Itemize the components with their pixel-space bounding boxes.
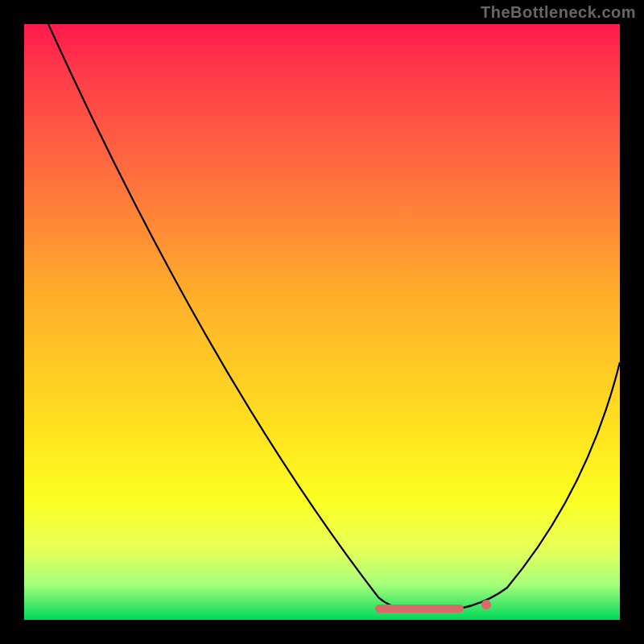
bottleneck-curve	[24, 24, 620, 620]
chart-frame: TheBottleneck.com	[0, 0, 644, 644]
valley-highlight	[375, 605, 464, 613]
plot-area	[24, 24, 620, 620]
curve-left	[48, 24, 427, 612]
attribution-text: TheBottleneck.com	[481, 3, 636, 22]
valley-dot	[481, 600, 491, 609]
curve-right	[427, 362, 620, 612]
